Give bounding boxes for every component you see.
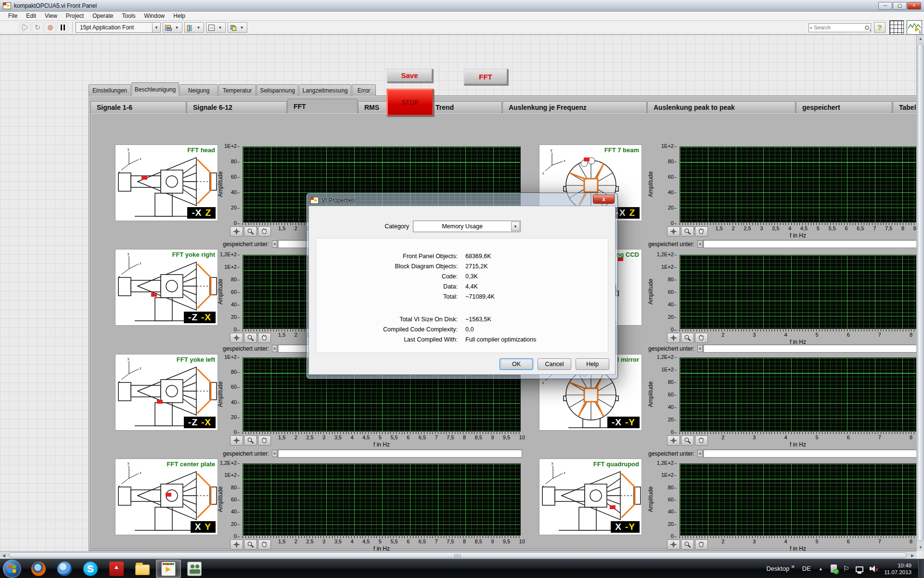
dialog-titlebar[interactable]: VI Properties x <box>308 195 616 206</box>
crosshair-icon[interactable] <box>667 539 680 550</box>
scroll-up-icon[interactable]: ▲ <box>917 35 924 42</box>
network-tray-icon[interactable] <box>856 566 863 572</box>
fft-button[interactable]: FFT <box>463 68 508 85</box>
crosshair-icon[interactable] <box>667 435 680 446</box>
stop-button[interactable]: STOP <box>386 89 434 116</box>
tab-auslenkung-peak-to-peak[interactable]: Auslenkung peak to peak <box>647 101 796 113</box>
menu-window[interactable]: Window <box>140 13 169 19</box>
search-box[interactable]: ▸ <box>808 23 871 32</box>
pan-hand-icon[interactable] <box>258 435 271 446</box>
zoom-icon[interactable] <box>244 333 257 343</box>
taskbar-windows-explorer-button[interactable] <box>130 560 155 578</box>
ok-button[interactable]: OK <box>500 358 533 370</box>
resize-objects-dropdown[interactable]: ▼ <box>206 22 226 33</box>
crosshair-icon[interactable] <box>667 226 680 236</box>
menu-file[interactable]: File <box>4 13 22 19</box>
vertical-scroll-thumb[interactable] <box>918 43 924 541</box>
minimize-button[interactable]: ─ <box>878 2 892 10</box>
taskbar-remote-desktop-button[interactable] <box>182 560 207 578</box>
maximize-button[interactable]: ▢ <box>893 2 907 10</box>
horizontal-scrollbar[interactable]: ◀ ▶ <box>0 551 916 559</box>
pan-hand-icon[interactable] <box>258 333 271 343</box>
crosshair-icon[interactable] <box>667 333 680 343</box>
tab-neigung[interactable]: Neigung <box>180 84 218 96</box>
horizontal-scroll-thumb[interactable] <box>9 552 907 558</box>
category-dropdown[interactable]: Memory Usage ▼ <box>413 221 521 232</box>
saved-path-input[interactable] <box>278 449 522 458</box>
zoom-icon[interactable] <box>681 226 694 236</box>
abort-button[interactable] <box>44 22 56 33</box>
scroll-right-icon[interactable]: ▶ <box>909 552 916 559</box>
desktop-toolbar[interactable]: Desktop <box>766 565 789 572</box>
alignment-grid-icon[interactable] <box>889 20 904 35</box>
pan-hand-icon[interactable] <box>695 539 708 550</box>
vertical-scrollbar[interactable]: ▲ ▼ <box>916 35 924 551</box>
taskbar-adobe-reader-button[interactable] <box>104 560 129 578</box>
taskbar-labview-button[interactable] <box>156 560 181 578</box>
tab-seilspannung[interactable]: Seilspannung <box>257 84 298 96</box>
help-button[interactable]: Help <box>576 358 609 370</box>
tab-langzeitmessung[interactable]: Langzeitmessung <box>299 84 351 96</box>
action-center-flag-icon[interactable]: ⚐ <box>843 565 849 573</box>
clock[interactable]: 10:49 11.07.2013 <box>884 562 911 576</box>
window-titlebar[interactable]: kompaktOPCUA5.vi Front Panel ─ ▢ × <box>0 0 924 12</box>
menu-operate[interactable]: Operate <box>88 13 117 19</box>
start-button[interactable] <box>3 560 21 578</box>
zoom-icon[interactable] <box>681 539 694 550</box>
pause-button[interactable] <box>57 22 68 33</box>
tab-einstellungen[interactable]: Einstellungen <box>89 84 131 96</box>
taskbar-thunderbird-button[interactable] <box>52 560 77 578</box>
save-button[interactable]: Save <box>386 68 433 82</box>
pan-hand-icon[interactable] <box>258 226 271 236</box>
tab-trend[interactable]: Trend <box>429 101 502 113</box>
zoom-icon[interactable] <box>681 333 694 343</box>
language-indicator[interactable]: DE <box>802 565 811 572</box>
crosshair-icon[interactable] <box>230 435 243 446</box>
show-desktop-button[interactable] <box>918 559 924 578</box>
scroll-down-icon[interactable]: ▼ <box>917 543 924 551</box>
reorder-objects-dropdown[interactable]: ▼ <box>228 22 247 33</box>
crosshair-icon[interactable] <box>230 333 243 343</box>
saved-path-input[interactable] <box>703 240 917 248</box>
tab-beschleunigung[interactable]: Beschleunigung <box>131 82 179 96</box>
tab-signale-1-6[interactable]: Signale 1-6 <box>90 101 186 113</box>
context-help-button[interactable]: ? <box>874 22 886 33</box>
vi-icon[interactable]: 1 <box>907 20 922 35</box>
volume-muted-tray-icon[interactable]: × <box>870 565 878 573</box>
toolbar-chevron-icon[interactable]: » <box>791 563 795 570</box>
menu-view[interactable]: View <box>40 13 62 19</box>
cancel-button[interactable]: Cancel <box>538 358 571 370</box>
search-collapse-icon[interactable]: ▸ <box>810 26 812 30</box>
tab-error[interactable]: Error <box>352 84 376 96</box>
saved-path-input[interactable] <box>703 449 917 458</box>
menu-help[interactable]: Help <box>169 13 190 19</box>
crosshair-icon[interactable] <box>230 539 243 550</box>
tab-signale-6-12[interactable]: Signale 6-12 <box>187 101 287 113</box>
zoom-icon[interactable] <box>244 435 257 446</box>
menu-edit[interactable]: Edit <box>22 13 40 19</box>
fft-plot-fft-quadrupod[interactable] <box>680 463 916 536</box>
pan-hand-icon[interactable] <box>695 435 708 446</box>
search-input[interactable] <box>814 25 865 30</box>
pan-hand-icon[interactable] <box>258 539 271 550</box>
tab-fft[interactable]: FFT <box>287 99 358 113</box>
menu-tools[interactable]: Tools <box>118 13 140 19</box>
pan-hand-icon[interactable] <box>695 226 708 236</box>
crosshair-icon[interactable] <box>230 226 243 236</box>
pan-hand-icon[interactable] <box>695 333 708 343</box>
dialog-close-button[interactable]: x <box>593 195 615 204</box>
align-objects-dropdown[interactable]: ▼ <box>163 22 182 33</box>
fft-plot-fft-7-beam[interactable] <box>680 146 916 223</box>
close-button[interactable]: × <box>907 2 921 10</box>
run-continuous-button[interactable]: ↻ <box>32 22 43 33</box>
zoom-icon[interactable] <box>244 226 257 236</box>
taskbar-firefox-button[interactable] <box>26 560 51 578</box>
run-button[interactable] <box>19 22 31 33</box>
tab-temperatur[interactable]: Temperatur <box>218 84 256 96</box>
distribute-objects-dropdown[interactable]: ▼ <box>184 22 204 33</box>
fft-plot-l-mirror[interactable] <box>680 357 916 432</box>
menu-project[interactable]: Project <box>62 13 88 19</box>
saved-path-input[interactable] <box>703 344 917 353</box>
tab-gespeichert[interactable]: gespeichert <box>796 101 892 113</box>
fft-plot-ng-ccd[interactable] <box>680 255 916 329</box>
